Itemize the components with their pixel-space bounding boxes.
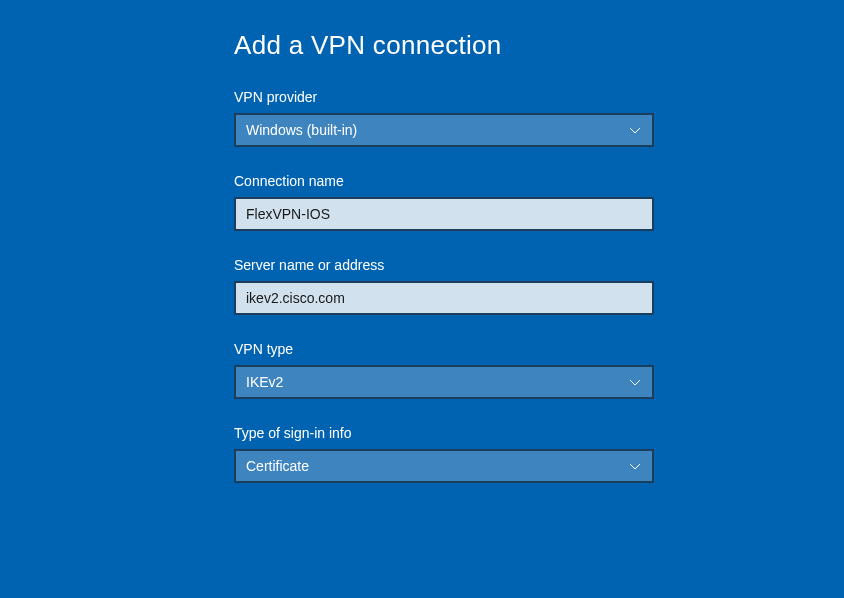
chevron-down-icon xyxy=(628,123,642,137)
chevron-down-icon xyxy=(628,459,642,473)
vpn-type-dropdown[interactable]: IKEv2 xyxy=(234,365,654,399)
signin-type-value: Certificate xyxy=(246,458,309,474)
connection-name-group: Connection name xyxy=(234,173,844,231)
vpn-provider-group: VPN provider Windows (built-in) xyxy=(234,89,844,147)
vpn-provider-value: Windows (built-in) xyxy=(246,122,357,138)
page-title: Add a VPN connection xyxy=(234,30,844,61)
vpn-provider-label: VPN provider xyxy=(234,89,844,105)
vpn-type-label: VPN type xyxy=(234,341,844,357)
vpn-type-value: IKEv2 xyxy=(246,374,283,390)
server-address-group: Server name or address xyxy=(234,257,844,315)
vpn-provider-dropdown[interactable]: Windows (built-in) xyxy=(234,113,654,147)
vpn-type-group: VPN type IKEv2 xyxy=(234,341,844,399)
connection-name-label: Connection name xyxy=(234,173,844,189)
chevron-down-icon xyxy=(628,375,642,389)
signin-type-label: Type of sign-in info xyxy=(234,425,844,441)
server-address-label: Server name or address xyxy=(234,257,844,273)
signin-type-group: Type of sign-in info Certificate xyxy=(234,425,844,483)
server-address-input[interactable] xyxy=(234,281,654,315)
signin-type-dropdown[interactable]: Certificate xyxy=(234,449,654,483)
connection-name-input[interactable] xyxy=(234,197,654,231)
